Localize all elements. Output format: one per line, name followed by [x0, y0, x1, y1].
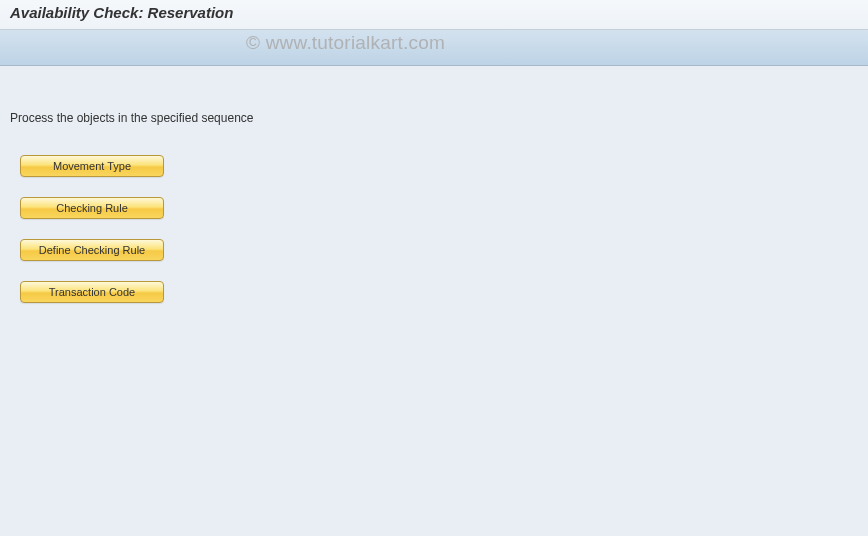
button-stack: Movement Type Checking Rule Define Check… — [10, 155, 858, 303]
content-area: Process the objects in the specified seq… — [0, 66, 868, 313]
checking-rule-button[interactable]: Checking Rule — [20, 197, 164, 219]
page-title: Availability Check: Reservation — [10, 4, 858, 21]
header-bar: Availability Check: Reservation — [0, 0, 868, 30]
movement-type-button[interactable]: Movement Type — [20, 155, 164, 177]
instruction-text: Process the objects in the specified seq… — [10, 111, 858, 125]
toolbar-bar — [0, 30, 868, 66]
define-checking-rule-button[interactable]: Define Checking Rule — [20, 239, 164, 261]
transaction-code-button[interactable]: Transaction Code — [20, 281, 164, 303]
